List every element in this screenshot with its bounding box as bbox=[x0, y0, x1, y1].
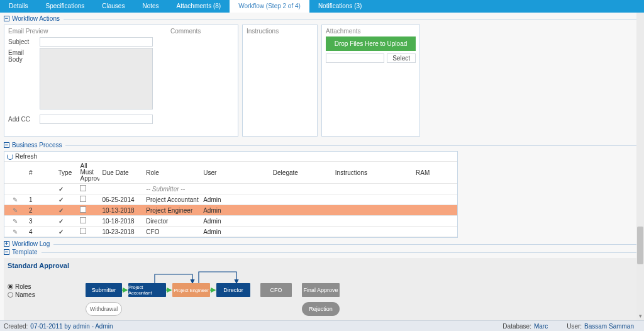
section-title: Business Process bbox=[12, 142, 62, 149]
col-ram[interactable]: RAM bbox=[413, 162, 457, 184]
col-due[interactable]: Due Date bbox=[99, 162, 143, 184]
col-all[interactable]: All Must Approve bbox=[77, 162, 99, 184]
cell-due: 10-18-2018 bbox=[99, 216, 143, 227]
col-instructions[interactable]: Instructions bbox=[333, 162, 413, 184]
cell-due: 06-25-2014 bbox=[99, 194, 143, 205]
expand-icon[interactable]: + bbox=[4, 241, 9, 247]
checkbox[interactable] bbox=[80, 206, 86, 213]
cell-user: Admin bbox=[201, 205, 270, 216]
cell-role: Project Engineer bbox=[143, 205, 201, 216]
refresh-button[interactable]: Refresh bbox=[4, 152, 457, 162]
database-label: Database: bbox=[502, 323, 531, 330]
edit-icon[interactable]: ✎ bbox=[4, 205, 26, 216]
collapse-icon[interactable]: − bbox=[4, 16, 9, 21]
edit-icon[interactable]: ✎ bbox=[4, 227, 26, 237]
cell-num: 1 bbox=[26, 194, 56, 205]
col-delegate[interactable]: Delegate bbox=[270, 162, 333, 184]
email-body-label: Email Body bbox=[8, 48, 40, 63]
cell-role: CFO bbox=[143, 227, 201, 237]
section-workflow-actions: − Workflow Actions bbox=[4, 15, 640, 22]
cell-role: Project Accountant bbox=[143, 194, 201, 205]
cell-user: Admin bbox=[201, 194, 270, 205]
file-path-input[interactable] bbox=[326, 53, 384, 63]
cell-due: 10-23-2018 bbox=[99, 227, 143, 237]
collapse-icon[interactable]: − bbox=[4, 249, 9, 255]
email-body-textarea[interactable] bbox=[40, 48, 153, 109]
table-row[interactable]: ✎1✓06-25-2014Project AccountantAdmin bbox=[4, 194, 457, 205]
section-template: − Template bbox=[4, 249, 640, 255]
tab-workflow[interactable]: Workflow (Step 2 of 4) bbox=[230, 0, 309, 13]
tab-notes[interactable]: Notes bbox=[133, 0, 167, 13]
database-value: Marc bbox=[534, 323, 548, 330]
radio-roles[interactable]: Roles bbox=[8, 283, 35, 290]
edit-icon[interactable]: ✎ bbox=[4, 216, 26, 227]
created-value: 07-01-2011 by admin - Admin bbox=[30, 323, 113, 330]
table-row[interactable]: ✓ -- Submitter -- bbox=[4, 184, 457, 194]
status-bar: Created: 07-01-2011 by admin - Admin Dat… bbox=[0, 320, 644, 331]
vertical-scrollbar[interactable]: ▾ bbox=[636, 13, 644, 320]
col-role[interactable]: Role bbox=[143, 162, 201, 184]
cell-user: Admin bbox=[201, 216, 270, 227]
col-num[interactable]: # bbox=[26, 162, 56, 184]
table-row[interactable]: ✎3✓10-18-2018DirectorAdmin bbox=[4, 216, 457, 227]
instructions-panel: Instructions bbox=[242, 25, 318, 137]
check-icon: ✓ bbox=[58, 228, 64, 235]
check-icon: ✓ bbox=[58, 207, 64, 214]
checkbox[interactable] bbox=[80, 185, 86, 191]
tab-details[interactable]: Details bbox=[0, 0, 37, 13]
scrollbar-thumb[interactable] bbox=[637, 227, 643, 264]
table-row[interactable]: ✎2✓10-13-2018Project EngineerAdmin bbox=[4, 205, 457, 216]
node-withdrawal[interactable]: Withdrawal bbox=[86, 302, 122, 316]
template-title: Standard Approval bbox=[8, 262, 636, 269]
panel-title: Attachments bbox=[326, 28, 361, 35]
section-title: Workflow Actions bbox=[12, 15, 60, 22]
section-business-process: − Business Process bbox=[4, 142, 640, 149]
tab-bar: Details Specifications Clauses Notes Att… bbox=[0, 0, 644, 13]
node-cfo[interactable]: CFO bbox=[260, 283, 292, 297]
cell-user: Admin bbox=[201, 227, 270, 237]
check-icon: ✓ bbox=[58, 218, 64, 225]
check-icon: ✓ bbox=[58, 196, 64, 203]
checkbox[interactable] bbox=[80, 228, 86, 234]
table-row[interactable]: ✎4✓10-23-2018CFOAdmin bbox=[4, 227, 457, 237]
subject-label: Subject bbox=[8, 37, 40, 45]
submitter-label: -- Submitter -- bbox=[143, 184, 201, 194]
radio-icon bbox=[8, 292, 13, 298]
col-user[interactable]: User bbox=[201, 162, 270, 184]
add-cc-label: Add CC bbox=[8, 115, 40, 123]
add-cc-input[interactable] bbox=[40, 115, 153, 124]
panel-title: Email Preview bbox=[8, 28, 48, 35]
drop-files-zone[interactable]: Drop Files Here to Upload bbox=[326, 36, 416, 51]
select-file-button[interactable]: Select bbox=[387, 53, 416, 63]
section-title: Workflow Log bbox=[12, 240, 50, 247]
radio-names[interactable]: Names bbox=[8, 291, 35, 298]
node-final-approve[interactable]: Final Approve bbox=[302, 283, 340, 297]
checkbox[interactable] bbox=[80, 217, 86, 223]
checkbox[interactable] bbox=[80, 196, 86, 202]
tab-attachments[interactable]: Attachments (8) bbox=[168, 0, 230, 13]
edit-icon[interactable]: ✎ bbox=[4, 194, 26, 205]
cell-num: 4 bbox=[26, 227, 56, 237]
tab-clauses[interactable]: Clauses bbox=[93, 0, 133, 13]
node-project-engineer[interactable]: Project Engineer bbox=[172, 283, 210, 297]
tab-specifications[interactable]: Specifications bbox=[37, 0, 94, 13]
node-submitter[interactable]: Submitter bbox=[86, 283, 122, 297]
refresh-icon bbox=[7, 154, 13, 160]
section-title: Template bbox=[12, 249, 38, 255]
node-director[interactable]: Director bbox=[216, 283, 250, 297]
cell-due: 10-13-2018 bbox=[99, 205, 143, 216]
email-preview-panel: Email Preview Subject Email Body Add CC … bbox=[4, 25, 238, 137]
node-project-accountant[interactable]: Project Accountant bbox=[128, 283, 166, 297]
cell-num: 3 bbox=[26, 216, 56, 227]
col-type[interactable]: Type bbox=[56, 162, 78, 184]
node-rejection[interactable]: Rejection bbox=[302, 302, 340, 316]
scroll-down-icon[interactable]: ▾ bbox=[637, 313, 643, 319]
collapse-icon[interactable]: − bbox=[4, 142, 9, 148]
business-process-grid: Refresh # Type All Must Approve Due Date… bbox=[4, 151, 458, 238]
subject-input[interactable] bbox=[40, 37, 153, 47]
attachments-panel: Attachments Drop Files Here to Upload Se… bbox=[321, 25, 420, 137]
radio-icon bbox=[8, 284, 13, 289]
cell-num: 2 bbox=[26, 205, 56, 216]
tab-notifications[interactable]: Notifications (3) bbox=[309, 0, 370, 13]
check-icon: ✓ bbox=[58, 186, 64, 193]
